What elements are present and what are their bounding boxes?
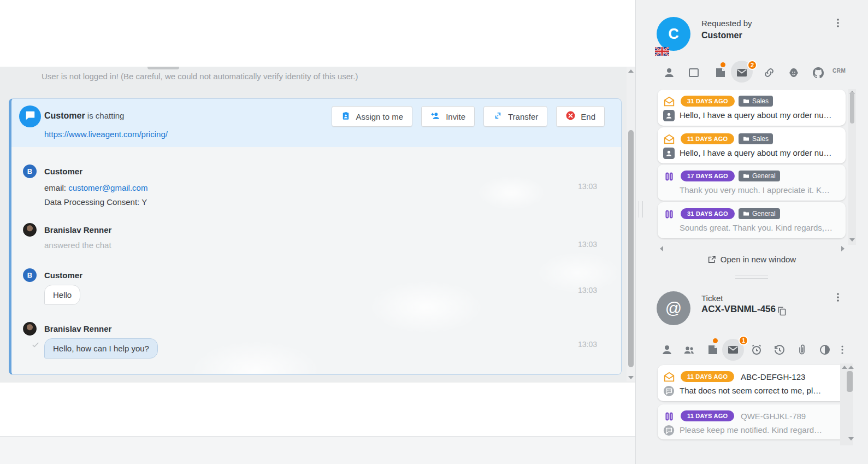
contact-badge-icon xyxy=(663,110,675,121)
open-in-new-label: Open in new window xyxy=(721,255,796,264)
message-author: Customer xyxy=(44,167,82,176)
link-tab-icon[interactable] xyxy=(763,66,776,79)
chat-panel: User is not logged in! (Be careful, we c… xyxy=(0,0,635,464)
liveagent-app: User is not logged in! (Be careful, we c… xyxy=(0,0,868,464)
sla-tab-icon[interactable] xyxy=(818,343,831,356)
message-email-line: email: customer@gmail.com xyxy=(44,183,147,192)
message-time: 13:03 xyxy=(578,182,597,191)
ticket-code: ACX-VBNML-456 xyxy=(701,304,776,315)
chat-dots-icon xyxy=(663,385,675,397)
department-label: Sales xyxy=(752,97,769,105)
scroll-up-arrow[interactable] xyxy=(848,366,854,369)
ticket-menu-icon[interactable] xyxy=(831,291,845,304)
copy-ticket-code-icon[interactable] xyxy=(776,306,787,316)
scroll-up-arrow[interactable] xyxy=(628,69,634,73)
contact-tab-icon[interactable] xyxy=(660,343,674,356)
message-author: Branislav Renner xyxy=(44,324,111,333)
mail-tab-icon[interactable] xyxy=(727,343,740,356)
pause-icon xyxy=(663,208,675,220)
chat-window-tab-icon[interactable] xyxy=(687,66,700,79)
chat-scrollbar-thumb[interactable] xyxy=(628,130,634,367)
scroll-left-arrow[interactable] xyxy=(660,246,663,251)
attachment-tab-icon[interactable] xyxy=(795,343,808,356)
chat-dots-icon xyxy=(663,425,675,436)
invite-label: Invite xyxy=(446,112,465,121)
agent-message-bubble: Hello, how can I help you? xyxy=(44,338,158,359)
ticket-card[interactable]: 31 DAYS AGO Sales Hello, I have a query … xyxy=(658,90,846,126)
transfer-label: Transfer xyxy=(508,112,538,121)
scroll-right-arrow[interactable] xyxy=(841,246,845,251)
scroll-down-arrow[interactable] xyxy=(849,238,855,242)
ticket-avatar: @ xyxy=(657,291,690,325)
panel-resize-handle[interactable] xyxy=(639,201,643,218)
ticket-card[interactable]: 11 DAYS AGO Sales Hello, I have a query … xyxy=(658,127,846,163)
related-ticket-code: QWE-GHJKL-789 xyxy=(741,412,806,421)
compose-toolbar xyxy=(0,436,635,464)
notes-tab-icon[interactable] xyxy=(706,343,719,356)
message-author: Branislav Renner xyxy=(44,225,111,234)
ticket-card[interactable]: 17 DAYS AGO General Thank you very much.… xyxy=(658,165,846,201)
ticket-snippet: That does not seem correct to me, pl… xyxy=(680,386,839,395)
open-mail-icon xyxy=(663,371,675,383)
chat-bubble-icon xyxy=(24,109,36,124)
delivered-check-icon xyxy=(31,340,40,351)
more-tabs-icon[interactable] xyxy=(836,343,849,356)
ticket-card[interactable]: 11 DAYS AGO ABC-DEFGH-123 That does not … xyxy=(658,365,846,401)
ticket-snippet: Please keep me notified. Kind regard… xyxy=(680,425,839,434)
ticket-card[interactable]: 11 DAYS AGO QWE-GHJKL-789 Please keep me… xyxy=(658,404,846,439)
message-author: Customer xyxy=(44,271,82,280)
alarm-tab-icon[interactable] xyxy=(750,343,763,356)
age-badge: 17 DAYS AGO xyxy=(681,171,735,181)
notes-badge-dot xyxy=(719,61,727,68)
requester-name: Customer xyxy=(701,31,742,40)
scroll-up-arrow[interactable] xyxy=(842,366,847,369)
group-tab-icon[interactable] xyxy=(683,343,696,356)
transfer-button[interactable]: Transfer xyxy=(483,106,547,127)
folder-icon xyxy=(743,136,749,142)
message-consent-line: Data Processing Consent: Y xyxy=(44,197,147,207)
assign-to-me-button[interactable]: Assign to me xyxy=(332,106,412,127)
tickets-scrollbar-thumb[interactable] xyxy=(850,92,854,124)
details-sidebar: C Requested by Customer 2 CRM xyxy=(635,0,868,464)
uk-flag-icon xyxy=(655,47,669,56)
section-resize-handle[interactable] xyxy=(735,275,768,279)
requester-menu-icon[interactable] xyxy=(831,16,845,30)
end-label: End xyxy=(581,112,595,121)
customer-name: Customer xyxy=(44,111,85,120)
age-badge: 11 DAYS AGO xyxy=(681,410,734,421)
message-time: 13:03 xyxy=(578,286,597,295)
age-badge: 11 DAYS AGO xyxy=(681,133,734,144)
ticket-card[interactable]: 31 DAYS AGO General Sounds great. Thank … xyxy=(658,202,846,238)
ticket-snippet: Hello, I have a query about my order nu… xyxy=(680,110,839,120)
pause-icon xyxy=(663,410,675,422)
notes-tab-icon[interactable] xyxy=(714,66,727,79)
folder-icon xyxy=(743,98,749,104)
chat-status-title: Customer is chatting xyxy=(44,111,124,121)
open-mail-icon xyxy=(663,96,675,108)
invite-button[interactable]: Invite xyxy=(421,106,475,127)
mail-badge-count: 2 xyxy=(747,60,757,70)
scroll-down-arrow[interactable] xyxy=(848,437,854,440)
assign-icon xyxy=(341,111,351,122)
requested-by-label: Requested by xyxy=(701,19,752,28)
open-mail-icon xyxy=(663,133,675,145)
chat-actions: Assign to me Invite Transfer End xyxy=(332,106,605,127)
department-tag: General xyxy=(739,171,780,181)
history-tab-icon[interactable] xyxy=(773,343,786,356)
open-in-new-window-link[interactable]: Open in new window xyxy=(658,255,846,264)
contact-tab-icon[interactable] xyxy=(663,66,676,79)
reply-compose-area[interactable] xyxy=(0,383,635,436)
related-tickets-scrollbar-thumb[interactable] xyxy=(847,371,853,392)
mail-badge-count: 1 xyxy=(739,336,748,345)
github-tab-icon[interactable] xyxy=(812,66,825,79)
department-label: General xyxy=(752,210,776,218)
mail-tab-icon[interactable] xyxy=(735,66,748,79)
crm-tab-icon[interactable]: CRM xyxy=(832,68,846,81)
email-link[interactable]: customer@gmail.com xyxy=(68,183,147,192)
scroll-down-arrow[interactable] xyxy=(628,376,634,379)
ticket-snippet: Hello, I have a query about my order nu… xyxy=(680,148,839,157)
mailchimp-tab-icon[interactable] xyxy=(787,66,800,79)
end-chat-button[interactable]: End xyxy=(556,106,605,127)
ticket-label: Ticket xyxy=(701,293,723,303)
visited-page-link[interactable]: https://www.liveagent.com/pricing/ xyxy=(44,130,168,139)
